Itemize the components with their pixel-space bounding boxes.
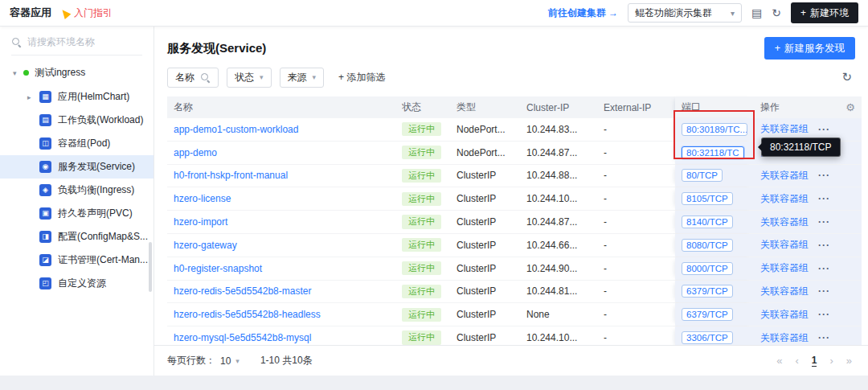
page-size-value: 10 — [220, 355, 231, 367]
more-actions-icon[interactable]: ··· — [818, 216, 830, 228]
service-name-link[interactable]: hzero-redis-5e5d5542b8-headless — [174, 309, 321, 320]
more-actions-icon[interactable]: ··· — [818, 170, 830, 181]
type-cell: ClusterIP — [450, 187, 520, 210]
table-row: hzero-redis-5e5d5542b8-master运行中ClusterI… — [167, 281, 862, 304]
sidebar-item-pod[interactable]: ◫容器组(Pod) — [0, 132, 154, 155]
status-badge: 运行中 — [402, 192, 441, 206]
cluster-list-icon[interactable]: ▤ — [751, 7, 762, 18]
create-cluster-link[interactable]: 前往创建集群 → — [548, 6, 618, 20]
page-last-button[interactable]: » — [846, 355, 852, 367]
external-ip-cell: - — [597, 118, 675, 141]
service-name-link[interactable]: hzero-redis-5e5d5542b8-master — [174, 285, 311, 297]
service-name-link[interactable]: app-demo — [174, 147, 217, 158]
more-actions-icon[interactable]: ··· — [818, 193, 830, 204]
port-chip[interactable]: 3306/TCP — [682, 331, 733, 344]
column-header: 状态 — [395, 96, 450, 118]
cluster-ip-cell: 10.244.88... — [520, 165, 597, 187]
port-chip[interactable]: 8000/TCP — [682, 262, 733, 275]
link-pods-button[interactable]: 关联容器组 — [760, 238, 809, 252]
page-next-button[interactable]: › — [829, 355, 833, 367]
status-filter[interactable]: 状态 ▾ — [227, 68, 272, 88]
custom-resource-icon: ◰ — [39, 277, 51, 289]
column-header: 名称 — [167, 96, 395, 118]
sidebar-item-label: 证书管理(Cert-Man... — [58, 253, 148, 267]
sidebar-item-service[interactable]: ◉服务发现(Service) — [0, 155, 154, 179]
link-pods-button[interactable]: 关联容器组 — [760, 261, 809, 275]
port-chip[interactable]: 8105/TCP — [682, 192, 733, 205]
cert-icon: ◪ — [39, 254, 51, 266]
name-filter[interactable]: 名称 — [167, 68, 219, 88]
guide-link[interactable]: 入门指引 — [74, 6, 113, 20]
source-filter[interactable]: 来源 ▾ — [280, 68, 325, 88]
column-settings-gear-icon[interactable]: ⚙ — [845, 101, 855, 113]
cluster-ip-cell: 10.244.66... — [520, 234, 597, 257]
refresh-table-icon[interactable]: ↻ — [841, 70, 852, 84]
chevron-down-icon[interactable]: ▾ — [13, 69, 17, 77]
service-name-link[interactable]: hzero-license — [174, 193, 231, 204]
page-size-select[interactable]: 10 ▾ — [220, 355, 240, 367]
sidebar-item-custom-resource[interactable]: ◰自定义资源 — [0, 272, 154, 295]
port-chip[interactable]: 6379/TCP — [682, 285, 733, 298]
port-chip[interactable]: 6379/TCP — [682, 308, 733, 321]
link-pods-button[interactable]: 关联容器组 — [760, 331, 809, 345]
page-number-current[interactable]: 1 — [812, 355, 817, 367]
type-cell: ClusterIP — [450, 303, 520, 326]
type-cell: ClusterIP — [450, 281, 520, 303]
link-pods-button[interactable]: 关联容器组 — [760, 285, 809, 298]
more-actions-icon[interactable]: ··· — [818, 309, 830, 320]
add-filter-button[interactable]: + 添加筛选 — [338, 71, 385, 84]
more-actions-icon[interactable]: ··· — [818, 124, 830, 135]
status-badge: 运行中 — [402, 330, 441, 344]
sidebar-item-workload[interactable]: ▤工作负载(Workload) — [0, 109, 154, 132]
service-name-link[interactable]: h0-register-snapshot — [174, 263, 262, 274]
page-first-button[interactable]: « — [776, 355, 782, 367]
sidebar-item-pvc[interactable]: ▣持久卷声明(PVC) — [0, 202, 154, 225]
sidebar-item-configmap[interactable]: ◨配置(ConfigMap&S... — [0, 225, 154, 248]
port-chip[interactable]: 8080/TCP — [682, 239, 733, 252]
cluster-selector[interactable]: 鲲苍功能演示集群 ▾ — [628, 3, 742, 23]
port-chip[interactable]: 80/TCP — [682, 169, 723, 182]
port-chip[interactable]: 80:30189/TC... — [682, 123, 747, 136]
external-ip-cell: - — [597, 165, 675, 187]
link-pods-button[interactable]: 关联容器组 — [760, 308, 809, 322]
page-prev-button[interactable]: ‹ — [795, 355, 798, 367]
sidebar-item-cert[interactable]: ◪证书管理(Cert-Man... — [0, 248, 154, 272]
pagination-range: 1-10 共10条 — [260, 354, 313, 367]
column-header: Cluster-IP — [520, 96, 597, 118]
service-name-link[interactable]: h0-front-hskp-front-manual — [174, 170, 288, 181]
link-pods-button[interactable]: 关联容器组 — [760, 192, 809, 206]
table-row: hzero-redis-5e5d5542b8-headless运行中Cluste… — [167, 303, 862, 326]
env-status-dot — [23, 70, 29, 76]
caret-down-icon: ▾ — [235, 357, 240, 365]
new-env-button[interactable]: + 新建环境 — [791, 2, 858, 23]
chevron-right-icon[interactable]: ▸ — [27, 93, 39, 101]
env-tree-node[interactable]: ▾ 测试ingress — [13, 66, 154, 80]
new-service-button[interactable]: + 新建服务发现 — [764, 37, 855, 60]
service-table: 名称状态类型Cluster-IPExternal-IP端口操作⚙ app-dem… — [167, 96, 862, 350]
refresh-icon[interactable]: ↻ — [772, 7, 781, 18]
more-actions-icon[interactable]: ··· — [818, 240, 830, 251]
type-cell: ClusterIP — [450, 211, 520, 233]
service-name-link[interactable]: hzero-gateway — [174, 240, 237, 251]
env-search-input[interactable] — [27, 36, 125, 47]
link-pods-button[interactable]: 关联容器组 — [760, 216, 809, 229]
cluster-ip-cell: None — [520, 303, 597, 326]
service-name-link[interactable]: hzero-mysql-5e5d5542b8-mysql — [174, 332, 311, 343]
port-chip[interactable]: 80:32118/TC — [682, 146, 744, 159]
table-body: app-demo1-custom-workload运行中NodePort...1… — [167, 118, 862, 350]
sidebar-scrollbar[interactable] — [149, 242, 152, 292]
link-pods-button[interactable]: 关联容器组 — [760, 169, 809, 183]
link-pods-button[interactable]: 关联容器组 — [760, 122, 809, 136]
service-name-link[interactable]: app-demo1-custom-workload — [174, 124, 298, 135]
caret-down-icon: ▾ — [260, 73, 264, 81]
more-actions-icon[interactable]: ··· — [818, 263, 830, 274]
sidebar-item-ingress[interactable]: ◈负载均衡(Ingress) — [0, 179, 154, 202]
sidebar-item-helm-app[interactable]: ▸▦应用(HelmChart) — [0, 85, 154, 109]
more-actions-icon[interactable]: ··· — [818, 332, 830, 343]
service-name-link[interactable]: hzero-import — [174, 216, 227, 228]
ingress-icon: ◈ — [39, 184, 51, 196]
port-chip[interactable]: 8140/TCP — [682, 216, 733, 228]
sidebar-items: ▸▦应用(HelmChart)▤工作负载(Workload)◫容器组(Pod)◉… — [0, 85, 154, 295]
more-actions-icon[interactable]: ··· — [818, 285, 830, 297]
service-icon: ◉ — [39, 161, 51, 173]
